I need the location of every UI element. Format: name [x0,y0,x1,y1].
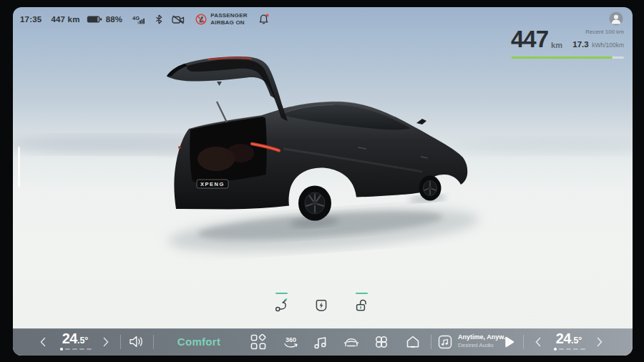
camera-off-icon [172,15,185,24]
vehicle-controls-button[interactable] [343,334,360,350]
unlock-active-indicator [356,293,368,294]
range-panel: 447 km Recent 100 km 17.3 kWh/100km [511,27,624,59]
range-value-block: 447 km [511,27,562,51]
range-value: 447 [511,27,548,51]
range-unit: km [551,41,562,51]
media-title: Anytime, Anyw.. [458,333,505,341]
quick-actions [272,293,371,313]
status-bar: 17:35 447 km 88% 4G PASSENGER [20,12,269,26]
smart-apps-button[interactable] [374,334,389,350]
climate-right-decrease-chevron[interactable] [535,337,541,347]
edge-swipe-indicator [18,147,20,187]
display-screen: XPENG [13,7,633,356]
battery-progress-bar [511,57,624,59]
home-button[interactable] [405,334,421,350]
airbag-icon [195,14,207,25]
clock: 17:35 [20,15,42,24]
bluetooth-icon [155,14,162,24]
climate-right-temperature[interactable]: 24.5° [548,331,590,351]
media-subtitle: Desired Audio [458,342,505,348]
charge-port-icon [314,298,328,313]
app-launcher-button[interactable] [250,334,266,350]
trunk-open-button[interactable] [272,293,291,313]
trunk-icon [274,298,288,313]
horizon-hills [13,135,633,156]
climate-right-increase-chevron[interactable] [597,337,602,347]
comfort-mode-button[interactable]: Comfort [166,336,232,348]
battery-icon [87,15,102,24]
status-range: 447 km [51,15,79,24]
volume-button[interactable] [128,335,145,348]
svg-text:4G: 4G [132,14,140,21]
dock-divider [523,335,524,349]
airbag-label: PASSENGER AIRBAG ON [210,12,247,26]
music-app-button[interactable] [313,334,328,350]
dock-divider [120,335,121,349]
charge-port-button[interactable] [312,293,331,313]
charge-inactive-indicator [316,293,328,294]
network-icon: 4G [132,14,146,25]
brand-badge-text: XPENG [200,181,225,187]
play-button[interactable] [504,336,514,348]
passenger-airbag-indicator: PASSENGER AIRBAG ON [195,12,247,26]
dock-bar: 24.5° Comfort 360 [13,328,633,356]
dock-divider [431,335,431,349]
notifications-bell[interactable] [259,14,269,25]
climate-left-decrease-chevron[interactable] [40,337,46,347]
climate-right-page-indicator [554,348,590,351]
climate-left-increase-chevron[interactable] [103,337,109,347]
now-playing-art-icon[interactable] [438,335,452,349]
climate-left-page-indicator [60,348,96,351]
recent-distance-label: Recent 100 km [572,29,624,35]
profile-avatar[interactable] [609,11,623,26]
dock-divider [153,335,154,349]
brand-badge: XPENG [197,180,228,188]
unlock-icon [354,298,369,313]
infotainment-display: { "status_bar": { "clock": "17:35", "ran… [0,0,644,362]
battery-percent: 88% [106,15,123,24]
trunk-active-indicator [275,293,288,294]
surround-view-button[interactable]: 360 [282,334,300,350]
now-playing-info[interactable]: Anytime, Anyw.. Desired Audio [458,333,505,348]
unlock-button[interactable] [352,293,371,313]
svg-text:360: 360 [286,336,296,343]
climate-left-temperature[interactable]: 24.5° [54,331,96,351]
battery-progress-fill [511,57,613,59]
consumption: 17.3 kWh/100km [572,37,624,50]
